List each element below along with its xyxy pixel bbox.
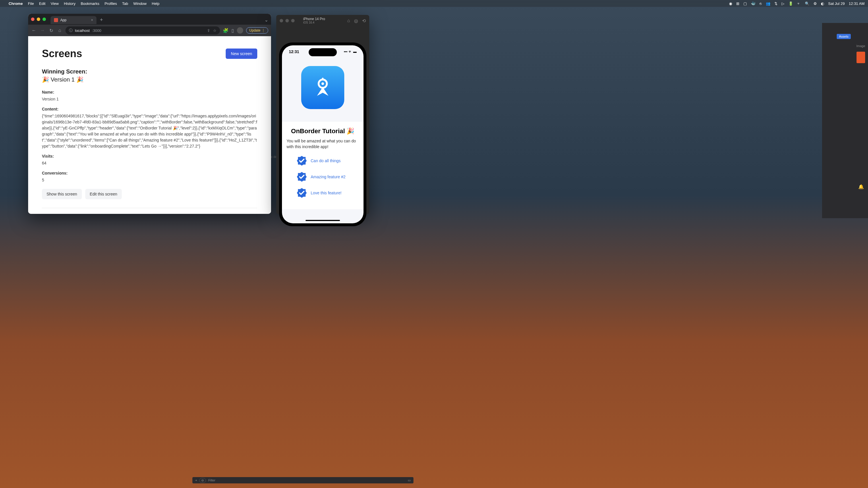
share-icon[interactable]: ⇧ [207, 28, 210, 33]
record-icon[interactable]: ◉ [729, 1, 732, 6]
control-center-icon[interactable]: ⚙ [813, 1, 817, 6]
tab-favicon [54, 18, 58, 22]
menu-tab[interactable]: Tab [122, 1, 128, 6]
close-window-button[interactable] [31, 18, 34, 21]
simulator-os-version: iOS 16.4 [303, 21, 325, 24]
close-tab-icon[interactable]: × [91, 18, 93, 22]
menu-file[interactable]: File [28, 1, 34, 6]
content-value: {"time":1690604981617,"blocks":[{"id":"S… [42, 113, 257, 149]
macos-menubar: Chrome File Edit View History Bookmarks … [0, 0, 868, 7]
sim-minimize-button[interactable] [285, 19, 289, 22]
chrome-browser-window: App × + ⌄ ← → ↻ ⌂ ⓘ localhost:3000 ⇧ ☆ 🧩… [28, 14, 271, 214]
spotlight-icon[interactable]: 🔍 [805, 1, 809, 6]
home-button[interactable]: ⌂ [57, 28, 63, 33]
menu-history[interactable]: History [64, 1, 75, 6]
feature-text: Amazing feature #2 [311, 174, 345, 179]
feature-text: Love this feature! [311, 191, 341, 195]
iphone-frame: 12:31 ••• ᯤ ▬ [279, 42, 366, 226]
browser-tab[interactable]: App × [51, 16, 96, 24]
conversions-label: Conversions: [42, 171, 257, 175]
filter-toggle[interactable]: ⊖ [199, 478, 206, 483]
app-icon [301, 66, 344, 109]
site-info-icon[interactable]: ⓘ [69, 28, 73, 33]
simulator-device-name: iPhone 14 Pro [303, 17, 325, 21]
app-icon-section [282, 56, 364, 122]
check-badge-icon [296, 155, 307, 166]
feature-text: Can do all things [311, 158, 341, 163]
reload-button[interactable]: ↻ [48, 28, 54, 33]
menubar-app-name[interactable]: Chrome [9, 1, 23, 6]
xcode-list-icon[interactable]: ▭ [408, 479, 411, 482]
edit-screen-button[interactable]: Edit this screen [85, 189, 122, 199]
xcode-image-label: Image [822, 43, 868, 49]
xcode-window-background: Assets Image 🔔 [822, 23, 868, 218]
conversions-value: 5 [42, 177, 257, 183]
tutorial-heading: OnBorder Tutorial 🎉 [286, 127, 359, 135]
menu-help[interactable]: Help [152, 1, 160, 6]
new-screen-button[interactable]: New screen [226, 48, 257, 59]
sim-close-button[interactable] [280, 19, 283, 22]
bell-icon[interactable]: 🔔 [858, 184, 864, 190]
chrome-toolbar: ← → ↻ ⌂ ⓘ localhost:3000 ⇧ ☆ 🧩 ▯ Update … [28, 25, 271, 36]
battery-icon[interactable]: 🔋 [788, 1, 793, 6]
extensions-icon[interactable]: 🧩 [223, 28, 228, 33]
profile-avatar[interactable] [237, 27, 243, 34]
bookmark-icon[interactable]: ☆ [213, 28, 217, 33]
sim-maximize-button[interactable] [291, 19, 294, 22]
forward-button[interactable]: → [40, 28, 45, 33]
wifi-icon[interactable]: ᯤ [797, 1, 801, 6]
url-host: localhost [75, 28, 90, 33]
winning-version: 🎉 Version 1 🎉 [42, 76, 257, 83]
xcode-assets-tab[interactable]: Assets [837, 34, 851, 39]
home-indicator[interactable] [306, 220, 340, 221]
name-value: Version 1 [42, 96, 257, 102]
address-bar[interactable]: ⓘ localhost:3000 ⇧ ☆ [65, 26, 220, 34]
check-badge-icon [296, 171, 307, 182]
minimize-window-button[interactable] [37, 18, 40, 21]
new-tab-button[interactable]: + [100, 17, 103, 23]
menubar-date[interactable]: Sat Jul 29 [828, 1, 845, 6]
maximize-window-button[interactable] [42, 18, 46, 21]
xcode-filter-bar: + ⊖ Filter ▭ [192, 477, 413, 483]
tab-search-icon[interactable]: ⌄ [265, 17, 268, 23]
back-button[interactable]: ← [31, 28, 37, 33]
update-button[interactable]: Update ⋮ [246, 27, 268, 34]
filter-placeholder[interactable]: Filter [208, 479, 215, 482]
winning-screen-label: Winning Screen: [42, 68, 257, 75]
show-screen-button[interactable]: Show this screen [42, 189, 82, 199]
svg-rect-2 [322, 78, 323, 80]
sim-home-icon[interactable]: ⌂ [347, 18, 350, 24]
menu-window[interactable]: Window [133, 1, 147, 6]
svg-point-1 [321, 83, 324, 85]
tutorial-content: OnBorder Tutorial 🎉 You will be amazed a… [282, 122, 364, 209]
side-panel-icon[interactable]: ▯ [231, 28, 234, 33]
menubar-time[interactable]: 12:31 AM [849, 1, 865, 6]
menu-bookmarks[interactable]: Bookmarks [81, 1, 99, 6]
menu-edit[interactable]: Edit [39, 1, 45, 6]
menubar-app-icon-1[interactable]: ⊞ [736, 1, 739, 6]
ios-simulator-window: iPhone 14 Pro iOS 16.4 ⌂ ◎ ⟲ 12:31 ••• ᯤ… [276, 15, 369, 214]
menubar-app-icon-2[interactable]: ▢ [743, 1, 747, 6]
visits-value: 64 [42, 160, 257, 166]
menu-view[interactable]: View [51, 1, 59, 6]
bluetooth-icon[interactable]: ⎋ [760, 1, 762, 6]
battery-status-icon: ▬ [353, 50, 356, 54]
docker-icon[interactable]: 🐳 [751, 1, 755, 6]
sim-screenshot-icon[interactable]: ◎ [354, 18, 358, 24]
xcode-asset-thumbnail[interactable] [857, 52, 865, 63]
plus-icon[interactable]: + [195, 479, 197, 482]
sim-rotate-icon[interactable]: ⟲ [362, 18, 366, 24]
chrome-tabbar: App × + ⌄ [28, 14, 271, 25]
airdrop-icon[interactable]: ⇅ [774, 1, 778, 6]
now-playing-icon[interactable]: ▷ [782, 1, 784, 6]
menu-profiles[interactable]: Profiles [104, 1, 117, 6]
siri-icon[interactable]: ◐ [821, 1, 824, 6]
users-icon[interactable]: 👥 [766, 1, 770, 6]
list-item: Can do all things [286, 155, 359, 166]
page-title: Screens [42, 47, 82, 60]
window-controls [31, 18, 46, 21]
compass-icon [310, 75, 336, 100]
page-content: Screens New screen Winning Screen: 🎉 Ver… [28, 36, 271, 214]
content-label: Content: [42, 107, 257, 111]
list-item: Love this feature! [286, 188, 359, 198]
